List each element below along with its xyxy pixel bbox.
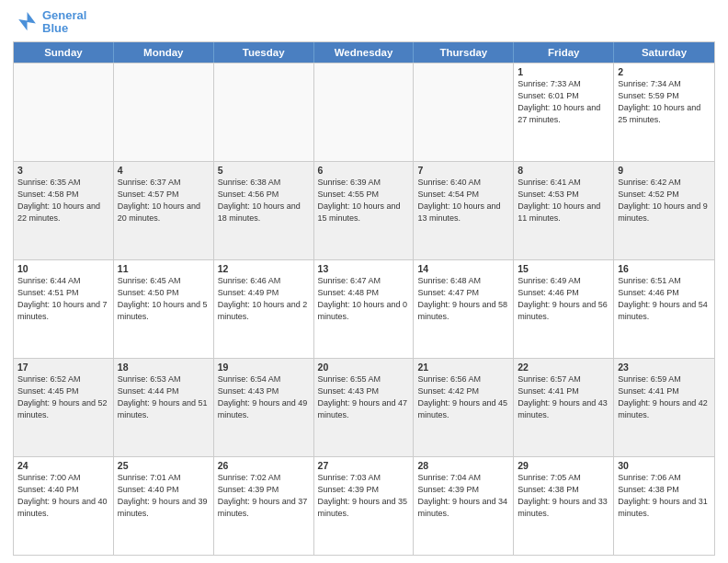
calendar: SundayMondayTuesdayWednesdayThursdayFrid… xyxy=(13,41,715,556)
day-cell-14: 14Sunrise: 6:48 AM Sunset: 4:47 PM Dayli… xyxy=(414,260,514,358)
day-number: 15 xyxy=(518,263,609,274)
day-number: 30 xyxy=(618,460,711,471)
day-info: Sunrise: 6:41 AM Sunset: 4:53 PM Dayligh… xyxy=(518,177,609,224)
day-number: 9 xyxy=(618,165,711,176)
day-info: Sunrise: 6:48 AM Sunset: 4:47 PM Dayligh… xyxy=(417,275,509,323)
day-cell-12: 12Sunrise: 6:46 AM Sunset: 4:49 PM Dayli… xyxy=(214,260,314,358)
day-info: Sunrise: 6:53 AM Sunset: 4:44 PM Dayligh… xyxy=(118,373,210,421)
day-number: 6 xyxy=(318,165,410,176)
day-info: Sunrise: 6:52 AM Sunset: 4:45 PM Dayligh… xyxy=(17,373,109,421)
day-info: Sunrise: 7:05 AM Sunset: 4:38 PM Dayligh… xyxy=(518,472,609,520)
day-info: Sunrise: 6:47 AM Sunset: 4:48 PM Dayligh… xyxy=(318,275,410,323)
day-number: 27 xyxy=(318,460,410,471)
day-cell-3: 3Sunrise: 6:35 AM Sunset: 4:58 PM Daylig… xyxy=(14,162,114,259)
day-cell-18: 18Sunrise: 6:53 AM Sunset: 4:44 PM Dayli… xyxy=(114,359,214,456)
empty-cell xyxy=(414,63,514,161)
day-info: Sunrise: 6:57 AM Sunset: 4:41 PM Dayligh… xyxy=(518,373,609,421)
day-number: 29 xyxy=(518,460,609,471)
day-info: Sunrise: 6:56 AM Sunset: 4:42 PM Dayligh… xyxy=(417,373,509,421)
day-cell-17: 17Sunrise: 6:52 AM Sunset: 4:45 PM Dayli… xyxy=(14,359,114,456)
day-number: 1 xyxy=(518,66,609,77)
day-info: Sunrise: 6:46 AM Sunset: 4:49 PM Dayligh… xyxy=(218,275,310,323)
day-info: Sunrise: 7:03 AM Sunset: 4:39 PM Dayligh… xyxy=(318,472,410,520)
day-number: 21 xyxy=(417,362,509,373)
day-info: Sunrise: 6:37 AM Sunset: 4:57 PM Dayligh… xyxy=(118,177,210,224)
day-number: 5 xyxy=(218,165,310,176)
logo-icon xyxy=(13,9,39,35)
day-cell-26: 26Sunrise: 7:02 AM Sunset: 4:39 PM Dayli… xyxy=(214,457,314,555)
day-cell-4: 4Sunrise: 6:37 AM Sunset: 4:57 PM Daylig… xyxy=(114,162,214,259)
day-number: 24 xyxy=(17,460,109,471)
day-cell-16: 16Sunrise: 6:51 AM Sunset: 4:46 PM Dayli… xyxy=(614,260,714,358)
header-day-friday: Friday xyxy=(514,42,614,63)
logo: General Blue xyxy=(13,9,86,36)
day-cell-27: 27Sunrise: 7:03 AM Sunset: 4:39 PM Dayli… xyxy=(314,457,415,555)
day-info: Sunrise: 6:38 AM Sunset: 4:56 PM Dayligh… xyxy=(218,177,310,224)
day-number: 20 xyxy=(318,362,410,373)
day-info: Sunrise: 6:40 AM Sunset: 4:54 PM Dayligh… xyxy=(417,177,509,224)
day-number: 11 xyxy=(118,263,210,274)
day-info: Sunrise: 6:49 AM Sunset: 4:46 PM Dayligh… xyxy=(518,275,609,323)
day-number: 23 xyxy=(618,362,711,373)
day-cell-2: 2Sunrise: 7:34 AM Sunset: 5:59 PM Daylig… xyxy=(614,63,714,161)
day-info: Sunrise: 6:59 AM Sunset: 4:41 PM Dayligh… xyxy=(618,373,711,421)
header-day-saturday: Saturday xyxy=(614,42,714,63)
day-cell-28: 28Sunrise: 7:04 AM Sunset: 4:39 PM Dayli… xyxy=(414,457,514,555)
calendar-row-1: 3Sunrise: 6:35 AM Sunset: 4:58 PM Daylig… xyxy=(14,161,714,259)
day-info: Sunrise: 7:02 AM Sunset: 4:39 PM Dayligh… xyxy=(218,472,310,520)
day-info: Sunrise: 6:42 AM Sunset: 4:52 PM Dayligh… xyxy=(618,177,711,224)
calendar-row-0: 1Sunrise: 7:33 AM Sunset: 6:01 PM Daylig… xyxy=(14,63,714,161)
day-number: 22 xyxy=(518,362,609,373)
day-cell-24: 24Sunrise: 7:00 AM Sunset: 4:40 PM Dayli… xyxy=(14,457,114,555)
calendar-row-3: 17Sunrise: 6:52 AM Sunset: 4:45 PM Dayli… xyxy=(14,358,714,456)
day-number: 17 xyxy=(17,362,109,373)
day-cell-8: 8Sunrise: 6:41 AM Sunset: 4:53 PM Daylig… xyxy=(514,162,614,259)
day-cell-20: 20Sunrise: 6:55 AM Sunset: 4:43 PM Dayli… xyxy=(314,359,415,456)
day-number: 26 xyxy=(218,460,310,471)
header-day-wednesday: Wednesday xyxy=(314,42,415,63)
day-number: 18 xyxy=(118,362,210,373)
day-info: Sunrise: 6:44 AM Sunset: 4:51 PM Dayligh… xyxy=(17,275,109,323)
day-info: Sunrise: 7:34 AM Sunset: 5:59 PM Dayligh… xyxy=(618,78,711,126)
day-cell-21: 21Sunrise: 6:56 AM Sunset: 4:42 PM Dayli… xyxy=(414,359,514,456)
day-info: Sunrise: 7:01 AM Sunset: 4:40 PM Dayligh… xyxy=(118,472,210,520)
empty-cell xyxy=(214,63,314,161)
day-info: Sunrise: 7:33 AM Sunset: 6:01 PM Dayligh… xyxy=(518,78,609,126)
header-day-sunday: Sunday xyxy=(14,42,114,63)
day-number: 3 xyxy=(17,165,109,176)
day-number: 7 xyxy=(417,165,509,176)
day-info: Sunrise: 6:54 AM Sunset: 4:43 PM Dayligh… xyxy=(218,373,310,421)
day-cell-1: 1Sunrise: 7:33 AM Sunset: 6:01 PM Daylig… xyxy=(514,63,614,161)
day-number: 8 xyxy=(518,165,609,176)
day-cell-25: 25Sunrise: 7:01 AM Sunset: 4:40 PM Dayli… xyxy=(114,457,214,555)
day-info: Sunrise: 7:04 AM Sunset: 4:39 PM Dayligh… xyxy=(417,472,509,520)
header-day-monday: Monday xyxy=(114,42,214,63)
empty-cell xyxy=(314,63,415,161)
calendar-row-2: 10Sunrise: 6:44 AM Sunset: 4:51 PM Dayli… xyxy=(14,259,714,358)
day-cell-10: 10Sunrise: 6:44 AM Sunset: 4:51 PM Dayli… xyxy=(14,260,114,358)
day-number: 13 xyxy=(318,263,410,274)
day-cell-15: 15Sunrise: 6:49 AM Sunset: 4:46 PM Dayli… xyxy=(514,260,614,358)
day-info: Sunrise: 6:55 AM Sunset: 4:43 PM Dayligh… xyxy=(318,373,410,421)
header-day-tuesday: Tuesday xyxy=(214,42,314,63)
page: General Blue SundayMondayTuesdayWednesda… xyxy=(0,0,728,563)
day-number: 2 xyxy=(618,66,711,77)
header: General Blue xyxy=(13,9,715,36)
day-cell-22: 22Sunrise: 6:57 AM Sunset: 4:41 PM Dayli… xyxy=(514,359,614,456)
day-number: 12 xyxy=(218,263,310,274)
day-number: 28 xyxy=(417,460,509,471)
day-cell-23: 23Sunrise: 6:59 AM Sunset: 4:41 PM Dayli… xyxy=(614,359,714,456)
day-number: 14 xyxy=(417,263,509,274)
day-number: 16 xyxy=(618,263,711,274)
day-info: Sunrise: 6:39 AM Sunset: 4:55 PM Dayligh… xyxy=(318,177,410,224)
day-cell-29: 29Sunrise: 7:05 AM Sunset: 4:38 PM Dayli… xyxy=(514,457,614,555)
day-info: Sunrise: 6:35 AM Sunset: 4:58 PM Dayligh… xyxy=(17,177,109,224)
day-number: 4 xyxy=(118,165,210,176)
day-cell-5: 5Sunrise: 6:38 AM Sunset: 4:56 PM Daylig… xyxy=(214,162,314,259)
day-number: 10 xyxy=(17,263,109,274)
empty-cell xyxy=(14,63,114,161)
day-cell-6: 6Sunrise: 6:39 AM Sunset: 4:55 PM Daylig… xyxy=(314,162,415,259)
day-cell-7: 7Sunrise: 6:40 AM Sunset: 4:54 PM Daylig… xyxy=(414,162,514,259)
day-number: 19 xyxy=(218,362,310,373)
svg-marker-0 xyxy=(18,12,36,30)
